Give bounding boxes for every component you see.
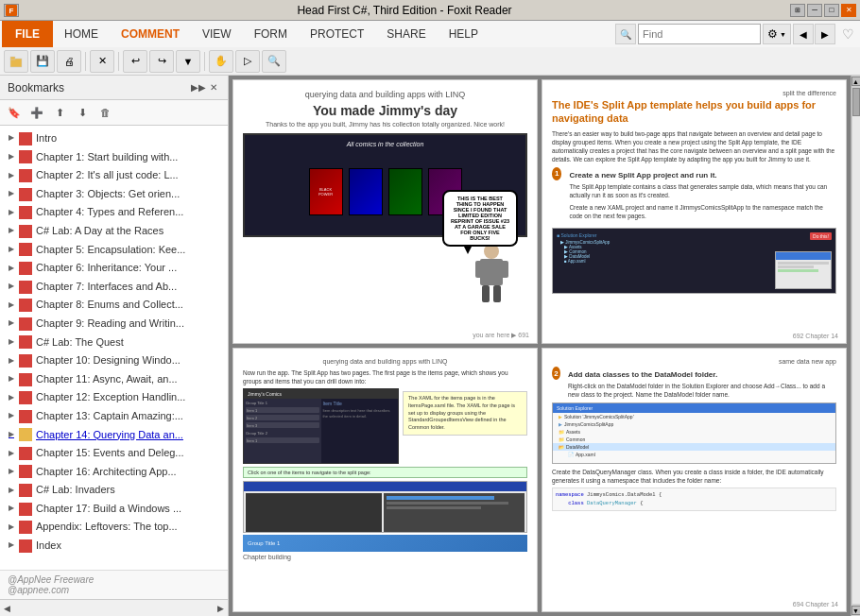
scroll-down-button[interactable]: ▼ (851, 606, 861, 615)
sidebar-expand-button[interactable]: ▶▶ (192, 81, 205, 94)
sidebar-icon-add[interactable]: ➕ (26, 103, 47, 122)
step-2-title: Add data classes to the DataModel folder… (568, 370, 717, 379)
bookmark-icon-lab3 (19, 484, 32, 497)
sidebar-close-button[interactable]: ✕ (207, 81, 220, 94)
svg-rect-7 (501, 261, 508, 278)
toolbar-open-button[interactable] (4, 50, 28, 73)
bookmark-icon-ch3 (19, 188, 32, 201)
bookmark-item-ch14[interactable]: ▶Chapter 14: Querying Data an... (0, 426, 228, 445)
sidebar-scroll-right[interactable]: ▶ (217, 604, 224, 613)
mini-preview (775, 251, 832, 289)
sidebar-icon-down[interactable]: ⬇ (72, 103, 93, 122)
bookmark-label-intro: Intro (36, 130, 57, 147)
bookmark-item-ch1[interactable]: ▶Chapter 1: Start building with... (0, 148, 228, 167)
bookmark-expand-lab2: ▶ (6, 336, 17, 348)
bookmark-item-ch9[interactable]: ▶Chapter 9: Reading and Writin... (0, 315, 228, 334)
phone-item-1: Item 1 (246, 407, 319, 413)
scroll-up-button[interactable]: ▲ (851, 77, 861, 86)
person-figure (466, 242, 518, 303)
bookmark-icon-ch4 (19, 206, 32, 219)
bookmark-item-ch8[interactable]: ▶Chapter 8: Enums and Collect... (0, 296, 228, 315)
toolbar-more-button[interactable]: ▼ (176, 50, 200, 73)
bookmark-label-ch11: Chapter 11: Async, Await, an... (36, 371, 178, 388)
menu-comment[interactable]: COMMENT (110, 21, 191, 47)
bookmark-item-ch15[interactable]: ▶Chapter 15: Events and Deleg... (0, 444, 228, 463)
close-button[interactable]: ✕ (841, 4, 856, 17)
toolbar-redo-button[interactable]: ↪ (149, 50, 174, 73)
bookmark-item-ch16[interactable]: ▶Chapter 16: Architecting App... (0, 463, 228, 482)
minimize-button[interactable]: ─ (807, 4, 822, 17)
taskbar-grid-icon[interactable]: ⊞ (790, 4, 805, 17)
menu-form[interactable]: FORM (243, 21, 299, 47)
page-2-body: There's an easier way to build two-page … (552, 129, 836, 163)
toolbar-undo-button[interactable]: ↩ (123, 50, 147, 73)
menu-bar: FILE HOME COMMENT VIEW FORM PROTECT SHAR… (0, 21, 860, 47)
bookmark-label-ch8: Chapter 8: Enums and Collect... (36, 297, 183, 314)
nav-forward-button[interactable]: ▶ (815, 24, 835, 44)
menu-share[interactable]: SHARE (375, 21, 437, 47)
sidebar-scroll-left[interactable]: ◀ (4, 604, 10, 613)
bookmark-item-lab1[interactable]: ▶C# Lab: A Day at the Races (0, 222, 228, 241)
svg-rect-9 (493, 285, 501, 302)
toolbar-zoom-in-button[interactable]: 🔍 (262, 50, 286, 73)
toolbar-select-button[interactable]: ▷ (235, 50, 260, 73)
bookmark-icon-ch2 (19, 169, 32, 182)
bookmark-item-ch4[interactable]: ▶Chapter 4: Types and Referen... (0, 203, 228, 222)
step-1-circle: 1 (552, 167, 561, 180)
sidebar: Bookmarks ▶▶ ✕ 🔖 ➕ ⬆ ⬇ 🗑 ▶Intro▶Chapter … (0, 76, 229, 616)
watermark-url: @appnee.com (8, 585, 220, 595)
sidebar-icon-delete[interactable]: 🗑 (95, 103, 115, 122)
bookmark-item-app[interactable]: ▶Appendix: Leftovers: The top... (0, 518, 228, 537)
bookmark-item-intro[interactable]: ▶Intro (0, 129, 228, 148)
search-options-button[interactable]: ⚙▼ (763, 24, 791, 44)
bookmark-expand-ch14: ▶ (6, 429, 17, 440)
main-area: Bookmarks ▶▶ ✕ 🔖 ➕ ⬆ ⬇ 🗑 ▶Intro▶Chapter … (0, 76, 860, 616)
menu-file[interactable]: FILE (2, 21, 53, 47)
toolbar-hand-button[interactable]: ✋ (209, 50, 233, 73)
scroll-thumb[interactable] (852, 88, 860, 116)
bookmark-item-index[interactable]: ▶Index (0, 537, 228, 556)
sidebar-icon-bookmark[interactable]: 🔖 (4, 103, 25, 122)
menu-protect[interactable]: PROTECT (299, 21, 375, 47)
bookmark-label-app: Appendix: Leftovers: The top... (36, 519, 178, 536)
toolbar-print-button[interactable]: 🖨 (57, 50, 81, 73)
bookmark-item-ch17[interactable]: ▶Chapter 17: Build a Windows ... (0, 500, 228, 519)
bookmark-item-ch10[interactable]: ▶Chapter 10: Designing Windo... (0, 351, 228, 370)
explorer-box: Solution Explorer ▶ Solution 'JimmysComi… (552, 402, 836, 464)
menu-view[interactable]: VIEW (191, 21, 243, 47)
bookmark-item-ch3[interactable]: ▶Chapter 3: Objects: Get orien... (0, 185, 228, 204)
bookmark-expand-ch7: ▶ (6, 282, 17, 293)
bookmark-item-ch13[interactable]: ▶Chapter 13: Captain Amazing:... (0, 407, 228, 426)
bookmarks-list: ▶Intro▶Chapter 1: Start building with...… (0, 126, 228, 570)
search-input[interactable] (643, 28, 756, 40)
menu-home[interactable]: HOME (53, 21, 110, 47)
page-4-code-desc: Create the DataQueryManager class. When … (552, 468, 836, 485)
bookmark-label-ch6: Chapter 6: Inheritance: Your ... (36, 260, 177, 277)
bookmark-item-lab3[interactable]: ▶C# Lab: Invaders (0, 481, 228, 500)
bookmark-item-ch2[interactable]: ▶Chapter 2: It's all just code: L... (0, 166, 228, 185)
bookmark-label-ch15: Chapter 15: Events and Deleg... (36, 445, 184, 462)
bookmark-label-lab1: C# Lab: A Day at the Races (36, 223, 163, 240)
bookmark-item-ch6[interactable]: ▶Chapter 6: Inheritance: Your ... (0, 259, 228, 278)
maximize-button[interactable]: □ (824, 4, 839, 17)
menu-help[interactable]: HELP (438, 21, 490, 47)
bookmark-label-ch7: Chapter 7: Interfaces and Ab... (36, 279, 177, 296)
bookmark-item-ch11[interactable]: ▶Chapter 11: Async, Await, an... (0, 370, 228, 389)
toolbar-close-tab-button[interactable]: ✕ (90, 50, 114, 73)
bookmark-icon-intro (19, 132, 32, 145)
nav-back-button[interactable]: ◀ (793, 24, 814, 44)
favorites-button[interactable]: ♡ (837, 24, 858, 44)
bookmark-icon-ch1 (19, 150, 32, 163)
bookmark-item-ch5[interactable]: ▶Chapter 5: Encapsulation: Kee... (0, 241, 228, 260)
bookmark-label-ch9: Chapter 9: Reading and Writin... (36, 316, 184, 333)
sidebar-icon-up[interactable]: ⬆ (49, 103, 70, 122)
phone-item-4: Item 1 (246, 437, 319, 443)
search-icon-button[interactable]: 🔍 (615, 24, 636, 44)
phone-app-mock: Jimmy's Comics Group Title 1 Item 1 Item… (243, 388, 399, 464)
bookmark-expand-ch9: ▶ (6, 318, 17, 330)
bookmark-item-ch12[interactable]: ▶Chapter 12: Exception Handlin... (0, 388, 228, 407)
phone-content: Group Title 1 Item 1 Item 2 Item 3 Group… (244, 399, 398, 463)
toolbar-save-button[interactable]: 💾 (30, 50, 55, 73)
bookmark-item-lab2[interactable]: ▶C# Lab: The Quest (0, 334, 228, 352)
bookmark-item-ch7[interactable]: ▶Chapter 7: Interfaces and Ab... (0, 278, 228, 297)
